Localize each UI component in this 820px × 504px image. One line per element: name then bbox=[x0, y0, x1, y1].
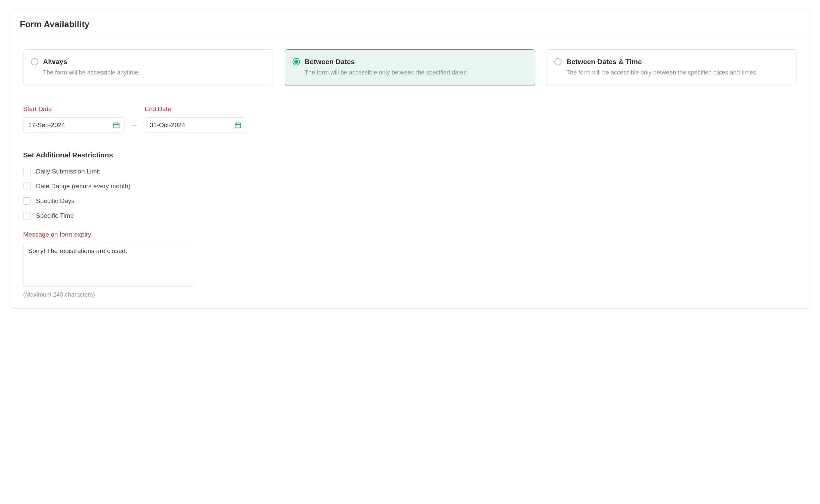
message-textarea[interactable] bbox=[23, 243, 194, 287]
date-separator: – bbox=[133, 121, 137, 133]
option-between-dates-time-title: Between Dates & Time bbox=[566, 57, 790, 66]
checkbox-box[interactable] bbox=[23, 183, 31, 190]
calendar-icon[interactable] bbox=[113, 121, 120, 129]
end-date-input[interactable] bbox=[149, 121, 234, 129]
checkbox-label: Specific Days bbox=[36, 197, 74, 205]
svg-point-16 bbox=[239, 125, 239, 126]
option-always-title: Always bbox=[43, 57, 266, 66]
option-texts: Between Dates The form will be accessibl… bbox=[305, 57, 528, 77]
svg-point-5 bbox=[116, 125, 116, 126]
radio-between-dates-time[interactable] bbox=[554, 58, 562, 65]
start-date-input-wrap[interactable] bbox=[23, 117, 124, 133]
svg-point-14 bbox=[237, 125, 237, 126]
svg-point-18 bbox=[238, 127, 238, 127]
start-date-label: Start Date bbox=[23, 105, 124, 113]
panel-title: Form Availability bbox=[20, 19, 800, 30]
start-date-input[interactable] bbox=[28, 121, 113, 129]
message-hint: (Maximum 240 characters) bbox=[23, 291, 797, 298]
calendar-icon[interactable] bbox=[234, 121, 242, 129]
option-between-dates-title: Between Dates bbox=[305, 57, 528, 66]
radio-always[interactable] bbox=[31, 58, 38, 65]
checkbox-box[interactable] bbox=[23, 197, 31, 205]
checkbox-label: Daily Submission Limit bbox=[36, 168, 100, 175]
svg-point-4 bbox=[115, 125, 115, 126]
option-always[interactable]: Always The form will be accessible anyti… bbox=[23, 49, 273, 86]
checkbox-date-range[interactable]: Date Range (recurs every month) bbox=[23, 183, 797, 190]
svg-point-15 bbox=[238, 125, 238, 126]
option-texts: Always The form will be accessible anyti… bbox=[43, 57, 266, 77]
availability-options-row: Always The form will be accessible anyti… bbox=[23, 49, 797, 86]
option-between-dates-time-desc: The form will be accessible only between… bbox=[566, 68, 790, 77]
option-between-dates[interactable]: Between Dates The form will be accessibl… bbox=[285, 49, 535, 86]
checkbox-label: Date Range (recurs every month) bbox=[36, 183, 131, 190]
start-date-group: Start Date bbox=[23, 105, 124, 133]
checkbox-specific-days[interactable]: Specific Days bbox=[23, 197, 797, 205]
radio-between-dates[interactable] bbox=[293, 58, 300, 65]
panel-body: Always The form will be accessible anyti… bbox=[10, 38, 810, 308]
svg-point-19 bbox=[239, 127, 239, 127]
radio-dot bbox=[294, 60, 298, 64]
end-date-label: End Date bbox=[145, 105, 246, 113]
checkbox-box[interactable] bbox=[23, 168, 31, 175]
end-date-input-wrap[interactable] bbox=[145, 117, 246, 133]
option-between-dates-desc: The form will be accessible only between… bbox=[305, 68, 528, 77]
svg-point-6 bbox=[117, 125, 118, 126]
svg-point-17 bbox=[237, 127, 237, 127]
checkbox-box[interactable] bbox=[23, 212, 31, 219]
checkbox-label: Specific Time bbox=[36, 212, 74, 219]
option-texts: Between Dates & Time The form will be ac… bbox=[566, 57, 790, 77]
checkbox-daily-limit[interactable]: Daily Submission Limit bbox=[23, 168, 797, 175]
panel-header: Form Availability bbox=[10, 10, 810, 38]
option-always-desc: The form will be accessible anytime. bbox=[43, 68, 266, 77]
dates-row: Start Date bbox=[23, 105, 797, 133]
svg-point-8 bbox=[116, 127, 116, 127]
end-date-group: End Date bbox=[145, 105, 246, 133]
restrictions-heading: Set Additional Restrictions bbox=[23, 151, 797, 159]
form-availability-panel: Form Availability Always The form will b… bbox=[10, 10, 810, 309]
message-label: Message on form expiry bbox=[23, 231, 797, 238]
svg-point-9 bbox=[117, 127, 118, 127]
svg-point-7 bbox=[115, 127, 115, 127]
checkbox-specific-time[interactable]: Specific Time bbox=[23, 212, 797, 219]
option-between-dates-time[interactable]: Between Dates & Time The form will be ac… bbox=[547, 49, 797, 86]
